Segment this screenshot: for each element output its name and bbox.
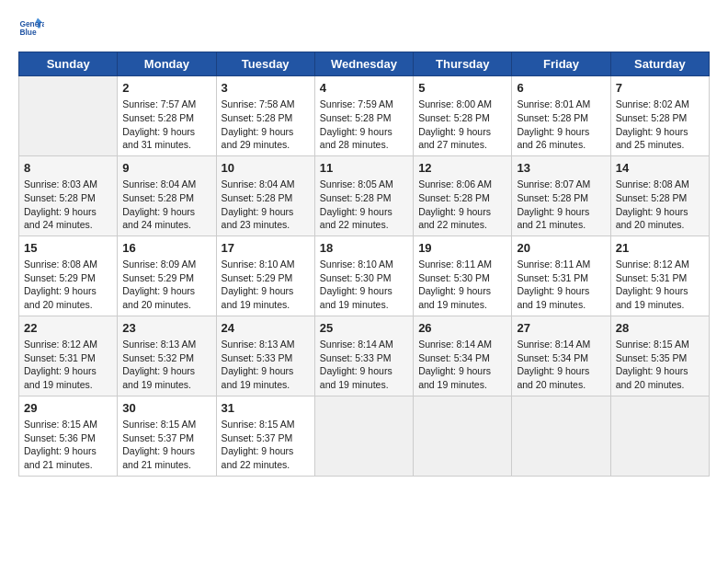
calendar-cell: 16Sunrise: 8:09 AMSunset: 5:29 PMDayligh… — [118, 236, 216, 316]
day-number: 13 — [517, 160, 605, 177]
day-number: 31 — [222, 400, 310, 417]
calendar-cell — [19, 76, 118, 156]
calendar-cell: 29Sunrise: 8:15 AMSunset: 5:36 PMDayligh… — [19, 396, 118, 476]
day-number: 8 — [24, 160, 112, 177]
day-number: 26 — [418, 320, 506, 337]
day-number: 28 — [616, 320, 704, 337]
day-number: 11 — [320, 160, 408, 177]
day-number: 20 — [517, 240, 605, 257]
day-number: 30 — [122, 400, 210, 417]
day-header-monday: Monday — [118, 52, 216, 76]
calendar-cell: 21Sunrise: 8:12 AMSunset: 5:31 PMDayligh… — [610, 236, 709, 316]
day-number: 23 — [122, 320, 210, 337]
calendar-cell — [512, 396, 610, 476]
svg-text:Blue: Blue — [19, 28, 36, 37]
calendar-cell — [314, 396, 413, 476]
day-number: 12 — [418, 160, 506, 177]
calendar-cell: 17Sunrise: 8:10 AMSunset: 5:29 PMDayligh… — [216, 236, 314, 316]
calendar-cell — [414, 396, 512, 476]
logo: GeneralBlue — [18, 17, 46, 42]
calendar-cell: 7Sunrise: 8:02 AMSunset: 5:28 PMDaylight… — [610, 76, 709, 156]
day-header-wednesday: Wednesday — [314, 52, 413, 76]
calendar-table: SundayMondayTuesdayWednesdayThursdayFrid… — [18, 52, 710, 477]
day-number: 10 — [222, 160, 310, 177]
page-container: GeneralBlue SundayMondayTuesdayWednesday… — [0, 0, 728, 486]
day-number: 6 — [517, 80, 605, 97]
day-header-saturday: Saturday — [610, 52, 709, 76]
calendar-cell: 25Sunrise: 8:14 AMSunset: 5:33 PMDayligh… — [314, 316, 413, 396]
calendar-cell: 28Sunrise: 8:15 AMSunset: 5:35 PMDayligh… — [610, 316, 709, 396]
calendar-cell: 13Sunrise: 8:07 AMSunset: 5:28 PMDayligh… — [512, 155, 610, 236]
calendar-cell: 18Sunrise: 8:10 AMSunset: 5:30 PMDayligh… — [314, 236, 413, 316]
day-number: 7 — [616, 80, 704, 97]
calendar-cell: 15Sunrise: 8:08 AMSunset: 5:29 PMDayligh… — [19, 236, 118, 316]
day-number: 22 — [24, 320, 112, 337]
logo-icon: GeneralBlue — [18, 17, 44, 42]
calendar-cell: 23Sunrise: 8:13 AMSunset: 5:32 PMDayligh… — [118, 316, 216, 396]
day-number: 2 — [122, 80, 210, 97]
calendar-cell: 6Sunrise: 8:01 AMSunset: 5:28 PMDaylight… — [512, 76, 610, 156]
day-number: 17 — [222, 240, 310, 257]
calendar-cell: 8Sunrise: 8:03 AMSunset: 5:28 PMDaylight… — [19, 155, 118, 236]
day-number: 3 — [222, 80, 310, 97]
calendar-cell: 11Sunrise: 8:05 AMSunset: 5:28 PMDayligh… — [314, 155, 413, 236]
calendar-cell: 9Sunrise: 8:04 AMSunset: 5:28 PMDaylight… — [118, 155, 216, 236]
calendar-cell: 22Sunrise: 8:12 AMSunset: 5:31 PMDayligh… — [19, 316, 118, 396]
day-number: 19 — [418, 240, 506, 257]
day-number: 18 — [320, 240, 408, 257]
calendar-cell: 10Sunrise: 8:04 AMSunset: 5:28 PMDayligh… — [216, 155, 314, 236]
calendar-cell: 2Sunrise: 7:57 AMSunset: 5:28 PMDaylight… — [118, 76, 216, 156]
day-number: 5 — [418, 80, 506, 97]
day-number: 16 — [122, 240, 210, 257]
calendar-cell: 12Sunrise: 8:06 AMSunset: 5:28 PMDayligh… — [414, 155, 512, 236]
calendar-cell: 26Sunrise: 8:14 AMSunset: 5:34 PMDayligh… — [414, 316, 512, 396]
calendar-cell: 20Sunrise: 8:11 AMSunset: 5:31 PMDayligh… — [512, 236, 610, 316]
day-number: 27 — [517, 320, 605, 337]
day-number: 15 — [24, 240, 112, 257]
day-header-thursday: Thursday — [414, 52, 512, 76]
calendar-cell: 5Sunrise: 8:00 AMSunset: 5:28 PMDaylight… — [414, 76, 512, 156]
day-header-sunday: Sunday — [19, 52, 118, 76]
calendar-cell: 14Sunrise: 8:08 AMSunset: 5:28 PMDayligh… — [610, 155, 709, 236]
day-number: 21 — [616, 240, 704, 257]
header-row: GeneralBlue — [18, 17, 710, 42]
day-number: 14 — [616, 160, 704, 177]
day-number: 9 — [122, 160, 210, 177]
calendar-cell — [610, 396, 709, 476]
calendar-cell: 27Sunrise: 8:14 AMSunset: 5:34 PMDayligh… — [512, 316, 610, 396]
calendar-cell: 24Sunrise: 8:13 AMSunset: 5:33 PMDayligh… — [216, 316, 314, 396]
day-header-friday: Friday — [512, 52, 610, 76]
calendar-cell: 30Sunrise: 8:15 AMSunset: 5:37 PMDayligh… — [118, 396, 216, 476]
day-header-tuesday: Tuesday — [216, 52, 314, 76]
calendar-cell: 4Sunrise: 7:59 AMSunset: 5:28 PMDaylight… — [314, 76, 413, 156]
day-number: 24 — [222, 320, 310, 337]
calendar-cell: 3Sunrise: 7:58 AMSunset: 5:28 PMDaylight… — [216, 76, 314, 156]
day-number: 29 — [24, 400, 112, 417]
day-number: 4 — [320, 80, 408, 97]
day-number: 25 — [320, 320, 408, 337]
calendar-cell: 31Sunrise: 8:15 AMSunset: 5:37 PMDayligh… — [216, 396, 314, 476]
calendar-cell: 19Sunrise: 8:11 AMSunset: 5:30 PMDayligh… — [414, 236, 512, 316]
